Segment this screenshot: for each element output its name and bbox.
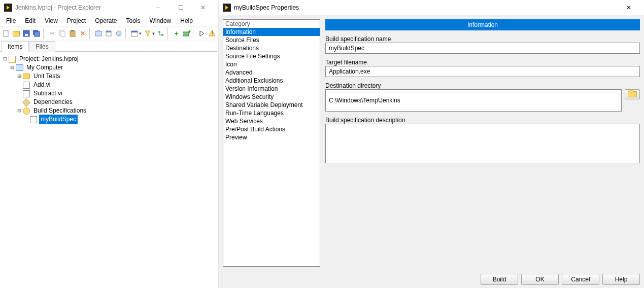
save-all-icon[interactable] bbox=[32, 28, 42, 39]
save-icon[interactable] bbox=[21, 28, 31, 39]
svg-point-15 bbox=[158, 31, 160, 33]
category-item-shared-variable-deployment[interactable]: Shared Variable Deployment bbox=[223, 101, 320, 109]
tree-build-specs[interactable]: ⊟Build Specifications bbox=[2, 106, 216, 115]
browse-button[interactable] bbox=[625, 89, 640, 99]
run-icon[interactable] bbox=[197, 28, 207, 39]
destination-dir-input[interactable] bbox=[325, 89, 622, 112]
menu-project[interactable]: Project bbox=[63, 16, 90, 25]
ok-button[interactable]: OK bbox=[521, 274, 559, 285]
svg-text:!: ! bbox=[212, 30, 213, 37]
open-icon[interactable] bbox=[11, 28, 21, 39]
tree-dependencies[interactable]: Dependencies bbox=[2, 98, 216, 106]
tree-subtract-vi[interactable]: Subtract.vi bbox=[2, 89, 216, 98]
resolve-icon[interactable] bbox=[93, 28, 103, 39]
category-header: Category bbox=[223, 20, 320, 28]
category-item-web-services[interactable]: Web Services bbox=[223, 117, 320, 125]
dialog-footer: Build OK Cancel Help bbox=[219, 271, 644, 288]
add-folder-icon[interactable]: + bbox=[182, 28, 191, 39]
spec-icon bbox=[29, 116, 38, 124]
build-button[interactable]: Build bbox=[481, 274, 518, 285]
analyze-icon[interactable] bbox=[114, 28, 124, 39]
menu-view[interactable]: View bbox=[41, 16, 62, 25]
build-name-input[interactable] bbox=[325, 43, 640, 54]
project-explorer-titlebar[interactable]: Jenkins.lvproj - Project Explorer ─ ☐ ✕ bbox=[0, 0, 218, 15]
category-item-icon[interactable]: Icon bbox=[223, 60, 320, 68]
information-panel: Information Build specification name Tar… bbox=[325, 19, 640, 267]
menu-edit[interactable]: Edit bbox=[21, 16, 40, 25]
date-dropdown-icon[interactable]: ▼ bbox=[138, 31, 142, 36]
category-list: Category InformationSource FilesDestinat… bbox=[223, 19, 320, 267]
svg-rect-9 bbox=[95, 31, 101, 36]
category-item-run-time-languages[interactable]: Run-Time Languages bbox=[223, 109, 320, 117]
category-item-pre-post-build-actions[interactable]: Pre/Post Build Actions bbox=[223, 125, 320, 133]
delete-icon[interactable]: ✕ bbox=[78, 28, 88, 39]
svg-rect-14 bbox=[131, 31, 138, 32]
category-item-version-information[interactable]: Version Information bbox=[223, 85, 320, 93]
properties-dialog: myBuildSpec Properties ✕ Category Inform… bbox=[219, 0, 644, 288]
category-item-advanced[interactable]: Advanced bbox=[223, 68, 320, 77]
header-icon[interactable] bbox=[104, 28, 113, 39]
svg-rect-7 bbox=[70, 31, 75, 37]
tree-unit-tests[interactable]: ⊞Unit Tests bbox=[2, 72, 216, 81]
vi-icon bbox=[22, 81, 30, 89]
section-header: Information bbox=[325, 19, 640, 30]
svg-rect-4 bbox=[35, 31, 40, 37]
tree-my-computer[interactable]: ⊟My Computer bbox=[2, 63, 216, 72]
category-item-source-files[interactable]: Source Files bbox=[223, 36, 320, 44]
build-spec-icon bbox=[22, 107, 30, 115]
dependencies-icon bbox=[22, 98, 30, 106]
folder-open-icon bbox=[628, 91, 637, 97]
project-icon bbox=[8, 55, 16, 63]
category-item-additional-exclusions[interactable]: Additional Exclusions bbox=[223, 77, 320, 85]
svg-point-16 bbox=[161, 34, 163, 36]
description-textarea[interactable] bbox=[325, 124, 640, 163]
tree-project-root[interactable]: ⊟Project: Jenkins.lvproj bbox=[2, 55, 216, 63]
window-title: Jenkins.lvproj - Project Explorer bbox=[15, 4, 101, 11]
paste-icon[interactable] bbox=[67, 28, 77, 39]
svg-rect-8 bbox=[71, 30, 74, 31]
computer-icon bbox=[15, 64, 23, 72]
label-destination-dir: Destination directory bbox=[325, 82, 640, 89]
target-filename-input[interactable] bbox=[325, 66, 640, 77]
new-file-icon[interactable] bbox=[1, 28, 11, 39]
menu-help[interactable]: Help bbox=[176, 16, 197, 25]
source-control-icon[interactable] bbox=[156, 28, 165, 39]
project-explorer-window: Jenkins.lvproj - Project Explorer ─ ☐ ✕ … bbox=[0, 0, 219, 288]
dialog-titlebar[interactable]: myBuildSpec Properties ✕ bbox=[219, 0, 644, 15]
svg-rect-0 bbox=[4, 30, 8, 37]
minimize-button[interactable]: ─ bbox=[147, 1, 170, 15]
menu-tools[interactable]: Tools bbox=[122, 16, 145, 25]
svg-rect-11 bbox=[106, 31, 111, 32]
label-target-filename: Target filename bbox=[325, 59, 640, 66]
close-button[interactable]: ✕ bbox=[192, 1, 214, 15]
menu-window[interactable]: Window bbox=[146, 16, 176, 25]
add-icon[interactable]: + bbox=[172, 28, 181, 39]
cancel-button[interactable]: Cancel bbox=[562, 274, 599, 285]
category-item-preview[interactable]: Preview bbox=[223, 133, 320, 141]
help-button[interactable]: Help bbox=[602, 274, 640, 285]
close-button[interactable]: ✕ bbox=[618, 1, 640, 15]
warning-icon[interactable]: ! bbox=[208, 28, 217, 39]
maximize-button[interactable]: ☐ bbox=[170, 1, 192, 15]
cut-icon[interactable]: ✂ bbox=[47, 28, 57, 39]
tab-files[interactable]: Files bbox=[29, 41, 55, 52]
label-build-name: Build specification name bbox=[325, 35, 640, 43]
filter-dropdown-icon[interactable]: ▼ bbox=[151, 31, 155, 36]
vi-icon bbox=[22, 90, 30, 98]
tab-items[interactable]: Items bbox=[1, 41, 29, 52]
tree-mybuildspec[interactable]: myBuildSpec bbox=[2, 115, 216, 124]
label-build-description: Build specification description bbox=[325, 117, 640, 124]
copy-icon[interactable] bbox=[57, 28, 67, 39]
labview-icon bbox=[223, 4, 231, 12]
menu-operate[interactable]: Operate bbox=[91, 16, 121, 25]
project-tree: ⊟Project: Jenkins.lvproj ⊟My Computer ⊞U… bbox=[0, 52, 218, 127]
category-item-information[interactable]: Information bbox=[223, 28, 320, 36]
folder-icon bbox=[22, 73, 30, 81]
category-item-destinations[interactable]: Destinations bbox=[223, 44, 320, 52]
svg-rect-6 bbox=[61, 31, 65, 37]
category-item-windows-security[interactable]: Windows Security bbox=[223, 93, 320, 101]
menu-file[interactable]: File bbox=[2, 16, 20, 25]
category-item-source-file-settings[interactable]: Source File Settings bbox=[223, 52, 320, 60]
svg-text:+: + bbox=[188, 30, 191, 35]
tree-add-vi[interactable]: Add.vi bbox=[2, 81, 216, 89]
